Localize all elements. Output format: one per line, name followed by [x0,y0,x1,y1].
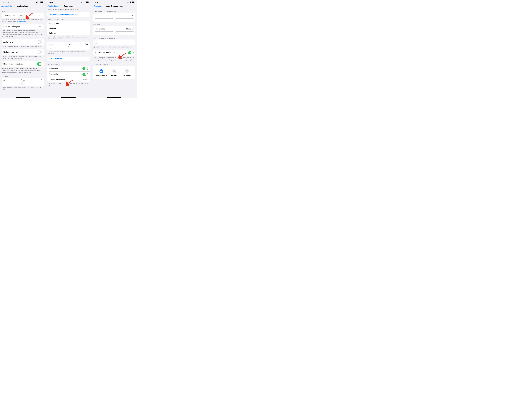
svg-rect-2 [37,2,37,3]
home-indicator [61,97,76,98]
person-waves-icon [125,69,129,73]
toggle-audio-mono[interactable] [37,40,42,44]
person-icon [112,69,116,73]
tone-slider[interactable] [95,31,134,32]
footer-apply: Vous pouvez personnaliser le mode Transp… [46,82,91,86]
person-circle-icon [99,69,103,73]
nav-title: Mode Transparence [106,5,123,7]
status-bar: 13:01 [92,0,137,4]
slider-label-light: Léger [49,43,54,45]
transparency-balance-slider[interactable] [95,18,134,19]
header-balance: BALANCE [0,73,46,78]
footer-adaptation: Vous pouvez personnaliser les réglages a… [0,18,46,22]
svg-rect-0 [36,2,36,3]
header-appliquer: APPLIQUER AVEC : [46,61,91,66]
toggle-multimedia[interactable] [82,73,88,76]
intensity-slider[interactable] [49,47,88,47]
row-telephone[interactable]: Téléphone [47,66,90,71]
footer-noise: La réduction du bruit réduit les sons am… [0,55,46,59]
nav-bar: ‹ Écouteurs Mode Transparence [92,4,137,9]
noise-control-segmented: Réduction du bruit Désactivé Transparenc… [93,67,135,78]
back-button[interactable]: ‹ Accessibilité [1,5,12,7]
seg-reduction-bruit[interactable]: Réduction du bruit [95,69,108,76]
chevron-right-icon: › [42,26,42,28]
toggle-amplificateur[interactable] [128,51,134,54]
link-config-audio[interactable]: Configuration audio personnalisée [47,12,90,17]
tone-dark-label: Plus sombre [95,28,105,30]
link-lire-echantillon[interactable]: Lire l'échantillon [47,56,90,61]
row-multimedia[interactable]: Multimédia [47,71,90,77]
footer-mono: Diffusez le même contenu sur les haut-pa… [0,45,46,47]
row-amplificateur-conversation[interactable]: Amplificateur de conversation [93,50,135,56]
chevron-right-icon: › [87,78,88,81]
row-adaptation-ecouteurs[interactable]: Adaptation des écouteurs Oui › [2,13,44,18]
screen-audio-visuel: 13:01 ‹ Accessibilité Audio/Visuel AUDIO… [0,0,46,98]
svg-rect-19 [128,2,128,3]
balance-right-label: D [41,79,42,81]
toggle-notifications[interactable] [37,62,42,66]
nav-bar: ‹ Audio/Visuel Écouteurs [46,4,91,9]
toggle-telephone[interactable] [82,67,88,70]
location-icon [99,1,100,3]
balance-left-label: G [3,79,5,81]
svg-rect-9 [81,2,82,3]
row-audio-mono[interactable]: Audio mono [2,39,44,45]
row-sons-arriere-plan[interactable]: Sons en arrière-plan Non › [2,25,44,29]
option-brillance[interactable]: Brillance [47,31,90,35]
footer-background: Émet des sons en arrière-plan pour masqu… [0,29,46,37]
header-regler-audio: RÉGLER L'AUDIO POUR : [46,17,91,21]
screen-ecouteurs: 13:01 ‹ Audio/Visuel Écouteurs dessous o… [46,0,91,98]
svg-rect-3 [37,1,38,3]
row-mode-transparence[interactable]: Mode Transparence Non › [47,77,90,82]
home-indicator [16,97,30,98]
svg-rect-14 [86,2,88,3]
learn-more-link[interactable]: En savoir plus… [17,21,27,22]
svg-rect-11 [83,2,83,3]
footer-balance: Réglez la balance du volume audio entre … [0,86,46,91]
svg-rect-1 [36,2,37,3]
row-notifications-ecouteurs[interactable]: Notifications « écouteurs » [2,61,44,67]
tone-light-label: Plus clair [126,28,134,30]
option-tessiture[interactable]: Tessiture [47,26,90,31]
wifi-icon [84,1,86,3]
battery-icon [132,1,135,3]
svg-rect-21 [129,1,129,3]
slider-label-strong: Fort [85,43,88,45]
footer-amp: Grâce à la fonction « Amplificateur de c… [92,56,137,62]
tone-slider-box: Plus sombre Plus clair [93,26,135,35]
wifi-icon [130,1,131,3]
balance-center-value: 0,00 [21,79,24,81]
signal-icon [81,1,83,3]
status-bar: 13:01 [0,0,46,4]
header-reduction-bruit-fond: RÉDUCTION DU BRUIT DE FOND [92,35,137,39]
status-time: 13:01 [95,1,99,3]
header-controle-bruit: CONTRÔLE DU BRUIT [92,62,137,66]
balance-right-label: D [132,15,134,17]
balance-left-label: G [95,15,96,17]
location-icon [8,1,9,3]
svg-rect-5 [41,2,43,3]
svg-rect-23 [132,2,134,3]
toggle-reduction-bruit[interactable] [37,50,42,54]
seg-desactive[interactable]: Désactivé [108,69,121,76]
svg-point-27 [114,71,115,71]
location-icon [53,1,55,3]
seg-transparence[interactable]: Transparence [121,69,133,76]
back-label: Accessibilité [2,5,12,7]
balance-slider-box: G 0,00 D [2,78,44,86]
row-reduction-bruit[interactable]: Réduction du bruit [2,49,44,55]
balance-slider[interactable] [3,83,42,83]
nav-title: Audio/Visuel [17,5,28,7]
option-ton-equilibre[interactable]: Ton équilibré ✓ [47,21,90,26]
header-balance-transparence: BALANCE DE LA TRANSPARENCE [92,9,137,13]
back-button[interactable]: ‹ Écouteurs [93,5,102,7]
svg-rect-10 [82,2,82,3]
back-label: Audio/Visuel [48,5,58,7]
footer-noise-3: Ajustez le curseur pour réduire le volum… [92,45,137,48]
chevron-right-icon: › [42,15,42,17]
status-time: 13:01 [49,1,53,3]
footer-tune: L'optimisation des tonalités équilibrées… [46,35,91,40]
noise-slider[interactable] [95,42,134,42]
signal-icon [36,1,38,3]
back-button[interactable]: ‹ Audio/Visuel [47,5,58,7]
